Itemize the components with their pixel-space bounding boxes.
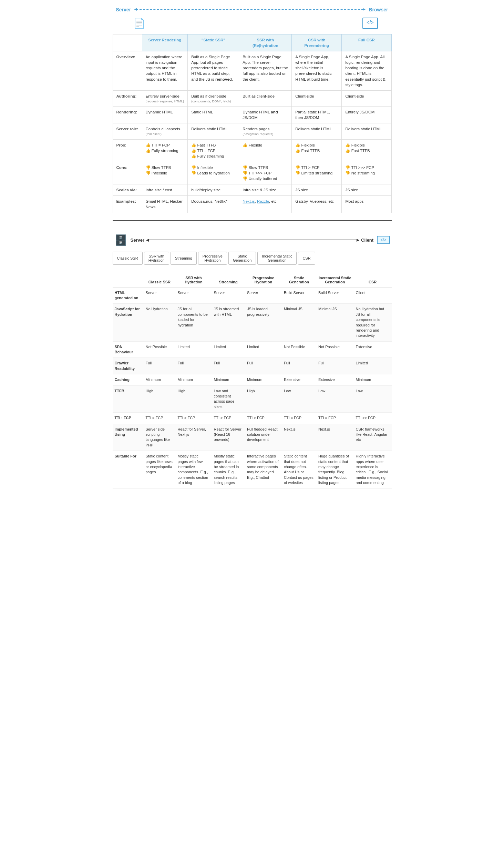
rendering-server: Dynamic HTML bbox=[142, 107, 188, 123]
implemented-streaming: React for Server (React 16 onwards) bbox=[212, 424, 245, 451]
js-hydration-incremental: Minimal JS bbox=[316, 304, 354, 341]
nextjs-link[interactable]: Next.js bbox=[243, 199, 255, 203]
authoring-row: Authoring: Entirely server-side(request-… bbox=[113, 90, 391, 106]
server-role-row: Server role: Controls all aspects.(thin … bbox=[113, 123, 391, 139]
ttfb-ssr-hydration: High bbox=[175, 385, 212, 413]
examples-row: Examples: Gmail HTML, Hacker News Docusa… bbox=[113, 196, 391, 213]
caching-row: Caching Minimum Minimum Minimum Minimum … bbox=[113, 374, 392, 385]
ttfb-incremental: Low bbox=[316, 385, 354, 413]
crawler-incremental: Full bbox=[316, 358, 354, 374]
tti-fcp-classic: TTI = FCP bbox=[144, 413, 176, 424]
authoring-label: Authoring: bbox=[113, 90, 142, 106]
col-header-static-generation: Static Generation bbox=[282, 273, 316, 287]
browser-label: Browser bbox=[369, 7, 388, 12]
server-doc-icon: 📄 bbox=[133, 18, 145, 29]
rendering-comparison-table: Server Rendering "Static SSR" SSR with(R… bbox=[113, 34, 392, 213]
js-hydration-label: JavaScript for Hydration bbox=[113, 304, 144, 341]
scales-ssr-rehydration: Infra size & JS size bbox=[239, 184, 292, 196]
crawler-row: Crawler Readability Full Full Full Full … bbox=[113, 358, 392, 374]
rendering-static-ssr: Static HTML bbox=[188, 107, 239, 123]
tab-incremental-static[interactable]: Incremental StaticGeneration bbox=[257, 252, 297, 265]
spa-behaviour-label: SPA Behaviour bbox=[113, 341, 144, 358]
authoring-full-csr: Client-side bbox=[342, 90, 391, 106]
html-gen-static: Build Server bbox=[282, 287, 316, 304]
rendering-full-csr: Entirely JS/DOM bbox=[342, 107, 391, 123]
col-header-ssr-hydration: SSR with Hydration bbox=[175, 273, 212, 287]
implemented-incremental: Next.js bbox=[316, 424, 354, 451]
ttfb-label: TTFB bbox=[113, 385, 144, 413]
js-hydration-progressive: JS is loaded progressively bbox=[245, 304, 282, 341]
scales-row: Scales via: Infra size / cost build/depl… bbox=[113, 184, 391, 196]
examples-full-csr: Most apps bbox=[342, 196, 391, 213]
caching-incremental: Extensive bbox=[316, 374, 354, 385]
server-role-label: Server role: bbox=[113, 123, 142, 139]
cons-label: Cons: bbox=[113, 162, 142, 184]
server-role-ssr-rehydration: Renders pages(navigation requests) bbox=[239, 123, 292, 139]
tab-classic-ssr[interactable]: Classic SSR bbox=[113, 252, 143, 265]
crawler-csr: Limited bbox=[354, 358, 392, 374]
spa-streaming: Limited bbox=[212, 341, 245, 358]
browser-code-icon: </> bbox=[362, 18, 378, 29]
spa-csr: Extensive bbox=[354, 341, 392, 358]
tab-static-generation[interactable]: StaticGeneration bbox=[228, 252, 256, 265]
js-hydration-classic: No Hydration bbox=[144, 304, 176, 341]
caching-classic: Minimum bbox=[144, 374, 176, 385]
spa-classic: Not Possible bbox=[144, 341, 176, 358]
implemented-row: Implemented Using Server side scripting … bbox=[113, 424, 392, 451]
razzle-link[interactable]: Razzle bbox=[257, 199, 269, 203]
suitable-streaming: Mostly static pages that can be streamed… bbox=[212, 451, 245, 488]
sc-client-label: Client bbox=[361, 238, 373, 243]
caching-label: Caching bbox=[113, 374, 144, 385]
scales-full-csr: JS size bbox=[342, 184, 391, 196]
examples-ssr-rehydration: Next.js, Razzle, etc bbox=[239, 196, 292, 213]
server-browser-header: Server ◄ ► Browser bbox=[113, 7, 392, 12]
pros-static-ssr: 👍 Fast TTFB👍 TTI = FCP👍 Fully streaming bbox=[188, 139, 239, 162]
icons-row: 📄 </> bbox=[113, 16, 392, 31]
pros-server: 👍 TTI = FCP👍 Fully streaming bbox=[142, 139, 188, 162]
server-role-static-ssr: Delivers static HTML bbox=[188, 123, 239, 139]
implemented-label: Implemented Using bbox=[113, 424, 144, 451]
cons-csr-prerendering: 👎 TTI > FCP👎 Limited streaming bbox=[292, 162, 342, 184]
implemented-ssr-hydration: React for Server, Next.js bbox=[175, 424, 212, 451]
implemented-csr: CSR frameworks like React, Angular etc bbox=[354, 424, 392, 451]
scales-server: Infra size / cost bbox=[142, 184, 188, 196]
section-divider bbox=[113, 220, 392, 221]
suitable-progressive: Interactive pages where activation of so… bbox=[245, 451, 282, 488]
spa-ssr-hydration: Limited bbox=[175, 341, 212, 358]
caching-static: Extensive bbox=[282, 374, 316, 385]
tab-ssr-hydration[interactable]: SSR withHydration bbox=[144, 252, 169, 265]
col-csr-prerendering: CSR withPrerendering bbox=[292, 34, 342, 51]
spa-progressive: Limited bbox=[245, 341, 282, 358]
server-role-csr-prerendering: Delivers static HTML bbox=[292, 123, 342, 139]
tab-progressive-hydration[interactable]: ProgressiveHydration bbox=[198, 252, 227, 265]
overview-ssr-rehydration: Built as a Single Page App. The server p… bbox=[239, 51, 292, 91]
html-gen-streaming: Server bbox=[212, 287, 245, 304]
html-generated-row: HTML generated on Server Server Server S… bbox=[113, 287, 392, 304]
col-header-incremental-static: Incremental Static Generation bbox=[316, 273, 354, 287]
server-label: Server bbox=[116, 7, 131, 12]
authoring-server: Entirely server-side(request-response, H… bbox=[142, 90, 188, 106]
server-client-row: 🗄️ Server ◄ ► Client </> bbox=[113, 233, 392, 248]
rendering-tabs[interactable]: Classic SSR SSR withHydration Streaming … bbox=[113, 252, 392, 265]
overview-label: Overview: bbox=[113, 51, 142, 91]
overview-csr-prerendering: A Single Page App, where the initial she… bbox=[292, 51, 342, 91]
tab-csr[interactable]: CSR bbox=[298, 252, 315, 265]
ttfb-row: TTFB High High Low and consistent across… bbox=[113, 385, 392, 413]
rendering-detail-table: Classic SSR SSR with Hydration Streaming… bbox=[113, 273, 392, 489]
ttfb-csr: Low bbox=[354, 385, 392, 413]
server-role-server: Controls all aspects.(thin client) bbox=[142, 123, 188, 139]
crawler-streaming: Full bbox=[212, 358, 245, 374]
crawler-label: Crawler Readability bbox=[113, 358, 144, 374]
col-header-streaming: Streaming bbox=[212, 273, 245, 287]
pros-full-csr: 👍 Flexible👍 Fast TTFB bbox=[342, 139, 391, 162]
crawler-static: Full bbox=[282, 358, 316, 374]
spa-incremental: Not Possible bbox=[316, 341, 354, 358]
implemented-progressive: Full fledged React solution under develo… bbox=[245, 424, 282, 451]
tab-streaming[interactable]: Streaming bbox=[171, 252, 197, 265]
js-hydration-csr: No Hydration but JS for all components i… bbox=[354, 304, 392, 341]
html-gen-classic: Server bbox=[144, 287, 176, 304]
scales-csr-prerendering: JS size bbox=[292, 184, 342, 196]
col-server-rendering: Server Rendering bbox=[142, 34, 188, 51]
authoring-static-ssr: Built as if client-side(components, DOM*… bbox=[188, 90, 239, 106]
ttfb-classic: High bbox=[144, 385, 176, 413]
